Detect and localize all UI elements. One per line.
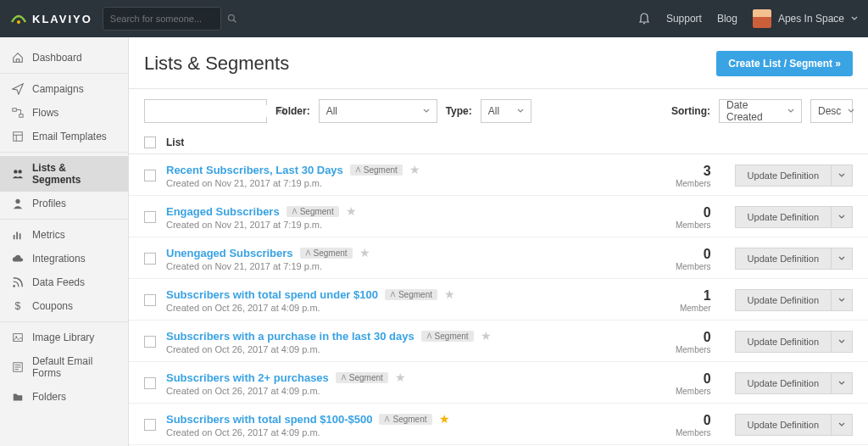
update-definition-button[interactable]: Update Definition: [735, 206, 832, 228]
created-timestamp: Created on Oct 26, 2017 at 4:09 p.m.: [166, 427, 643, 438]
sidebar-item-campaigns[interactable]: Campaigns: [0, 77, 128, 101]
members-count: 0Members: [643, 205, 711, 230]
bars-icon: [12, 229, 24, 241]
segment-name-link[interactable]: Subscribers with total spend under $100: [166, 288, 378, 301]
sidebar-item-flows[interactable]: Flows: [0, 101, 128, 125]
segment-name-link[interactable]: Unengaged Subscribers: [166, 247, 293, 259]
favorite-star-icon[interactable]: ★: [439, 412, 450, 426]
favorite-star-icon[interactable]: ★: [409, 163, 420, 176]
sidebar-item-image-library[interactable]: Image Library: [0, 326, 128, 349]
favorite-star-icon[interactable]: ★: [444, 287, 455, 301]
sidebar-item-coupons[interactable]: $Coupons: [0, 294, 128, 318]
table-row: Recent Subscribers, Last 30 DaysSegment★…: [129, 154, 868, 196]
sidebar-item-label: Lists & Segments: [32, 162, 116, 186]
members-count: 1Member: [643, 288, 711, 313]
filter-toolbar: Folder: All Type: All Sorting: Date Crea…: [129, 89, 868, 131]
row-actions-dropdown[interactable]: [832, 248, 853, 270]
image-icon: [12, 332, 24, 343]
dollar-icon: $: [12, 300, 24, 312]
account-menu[interactable]: Apes In Space: [753, 9, 858, 28]
folder-select[interactable]: All: [319, 99, 437, 123]
sidebar-item-integrations[interactable]: Integrations: [0, 247, 128, 270]
sorting-field-select[interactable]: Date Created: [719, 99, 802, 123]
global-search[interactable]: [103, 7, 221, 31]
sidebar-item-dashboard[interactable]: Dashboard: [0, 46, 128, 70]
notifications-icon[interactable]: [637, 12, 651, 25]
sidebar-item-email-templates[interactable]: Email Templates: [0, 125, 128, 148]
sidebar-item-lists-segments[interactable]: Lists & Segments: [0, 156, 128, 192]
row-checkbox[interactable]: [144, 336, 156, 348]
segment-tag: Segment: [350, 164, 403, 176]
row-actions-dropdown[interactable]: [832, 289, 853, 311]
sorting-dir-select[interactable]: Desc: [810, 99, 853, 123]
update-definition-button[interactable]: Update Definition: [735, 248, 832, 270]
update-definition-button[interactable]: Update Definition: [735, 289, 832, 311]
row-actions-dropdown[interactable]: [832, 331, 853, 353]
members-count: 0Members: [643, 413, 711, 438]
sidebar-item-profiles[interactable]: Profiles: [0, 192, 128, 215]
members-count: 3Members: [643, 164, 711, 188]
update-definition-button[interactable]: Update Definition: [735, 372, 832, 394]
sidebar-item-label: Dashboard: [32, 52, 82, 64]
row-checkbox[interactable]: [144, 211, 156, 223]
segment-name-link[interactable]: Subscribers with a purchase in the last …: [166, 330, 415, 343]
segment-name-link[interactable]: Engaged Subscribers: [166, 205, 280, 218]
favorite-star-icon[interactable]: ★: [346, 204, 357, 218]
row-actions-dropdown[interactable]: [832, 164, 853, 187]
row-actions-dropdown[interactable]: [832, 372, 853, 394]
list-search[interactable]: [144, 99, 267, 123]
segment-name-link[interactable]: Recent Subscribers, Last 30 Days: [166, 164, 343, 176]
blog-link[interactable]: Blog: [717, 13, 737, 25]
select-all-checkbox[interactable]: [144, 137, 156, 148]
row-checkbox[interactable]: [144, 294, 156, 306]
created-timestamp: Created on Oct 26, 2017 at 4:09 p.m.: [166, 303, 643, 313]
create-list-segment-button[interactable]: Create List / Segment »: [716, 51, 853, 76]
chevron-down-icon: [423, 108, 430, 114]
favorite-star-icon[interactable]: ★: [359, 246, 370, 259]
row-checkbox[interactable]: [144, 253, 156, 265]
form-icon: [12, 361, 24, 373]
sidebar-item-data-feeds[interactable]: Data Feeds: [0, 270, 128, 294]
flow-icon: [12, 107, 24, 119]
favorite-star-icon[interactable]: ★: [395, 371, 406, 384]
template-icon: [12, 131, 24, 142]
created-timestamp: Created on Oct 26, 2017 at 4:09 p.m.: [166, 386, 643, 396]
favorite-star-icon[interactable]: ★: [481, 329, 492, 343]
update-definition-button[interactable]: Update Definition: [735, 164, 832, 187]
svg-line-2: [233, 20, 236, 23]
chevron-down-icon: [787, 108, 794, 114]
row-checkbox[interactable]: [144, 170, 156, 181]
sidebar-item-default-email-forms[interactable]: Default Email Forms: [0, 349, 128, 385]
members-count: 0Members: [643, 371, 711, 396]
sidebar-item-label: Data Feeds: [32, 276, 85, 288]
support-link[interactable]: Support: [666, 13, 702, 25]
created-timestamp: Created on Nov 21, 2017 at 7:19 p.m.: [166, 261, 643, 271]
global-search-input[interactable]: [110, 14, 227, 24]
sidebar-item-label: Coupons: [32, 300, 73, 312]
sidebar-item-metrics[interactable]: Metrics: [0, 223, 128, 247]
type-select[interactable]: All: [481, 99, 531, 123]
logo-text: KLAVIYO: [32, 13, 92, 25]
svg-rect-13: [16, 232, 18, 240]
svg-text:$: $: [15, 300, 21, 312]
segment-name-link[interactable]: Subscribers with 2+ purchases: [166, 371, 329, 384]
created-timestamp: Created on Oct 26, 2017 at 4:09 p.m.: [166, 344, 643, 354]
sidebar-item-label: Campaigns: [32, 83, 84, 95]
update-definition-button[interactable]: Update Definition: [735, 331, 832, 353]
page-header: Lists & Segments Create List / Segment »: [129, 37, 868, 89]
svg-rect-4: [13, 109, 16, 112]
list-search-input[interactable]: [150, 105, 277, 117]
sorting-label: Sorting:: [671, 105, 710, 117]
row-checkbox[interactable]: [144, 419, 156, 431]
row-checkbox[interactable]: [144, 377, 156, 389]
row-actions-dropdown[interactable]: [832, 414, 853, 436]
update-definition-button[interactable]: Update Definition: [735, 414, 832, 436]
table-row: Subscribers with a purchase in the last …: [129, 321, 868, 362]
account-name: Apes In Space: [778, 13, 844, 25]
sidebar-item-label: Email Templates: [32, 131, 107, 142]
row-actions-dropdown[interactable]: [832, 206, 853, 228]
segment-name-link[interactable]: Subscribers with total spend $100-$500: [166, 413, 372, 426]
sidebar-item-folders[interactable]: Folders: [0, 385, 128, 409]
cloud-icon: [12, 253, 24, 265]
logo[interactable]: KLAVIYO: [10, 13, 92, 25]
